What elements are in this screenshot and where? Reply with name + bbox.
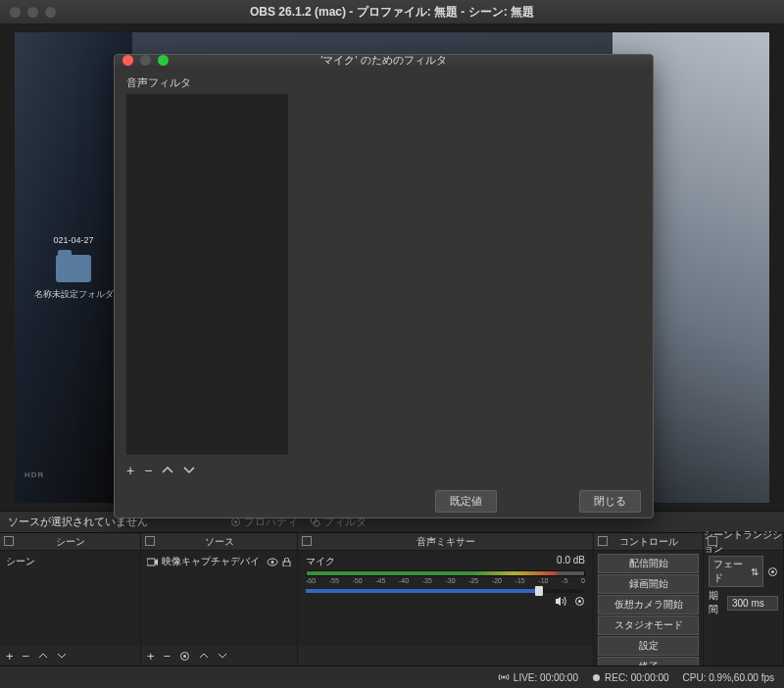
svg-rect-7: [283, 562, 290, 566]
duration-input[interactable]: [727, 596, 778, 611]
transitions-panel: シーントランジション フェード ⇅ 期間: [704, 533, 784, 665]
close-button[interactable]: 閉じる: [579, 490, 641, 513]
eye-icon[interactable]: [267, 558, 278, 566]
gear-icon: [767, 566, 778, 577]
main-titlebar: OBS 26.1.2 (mac) - プロファイル: 無題 - シーン: 無題: [0, 0, 784, 25]
chevron-updown-icon: ⇅: [751, 566, 759, 577]
filter-list[interactable]: [126, 94, 288, 455]
window-title: OBS 26.1.2 (mac) - プロファイル: 無題 - シーン: 無題: [0, 4, 784, 21]
svg-rect-4: [147, 559, 155, 565]
folder-icon: [56, 255, 91, 282]
dialog-titlebar[interactable]: 'マイク' のためのフィルタ: [115, 55, 653, 66]
panel-title: ソース: [205, 535, 234, 549]
record-icon: [592, 673, 601, 682]
settings-button[interactable]: 設定: [598, 636, 699, 656]
lock-icon[interactable]: [282, 558, 291, 566]
popout-icon[interactable]: [302, 536, 312, 546]
volume-slider[interactable]: [306, 589, 585, 593]
panel-title: シーン: [56, 535, 85, 549]
dock-panels: シーン シーン + − ソース 映像キャプチャデバイ + − 音声ミキサ: [0, 532, 784, 665]
broadcast-icon: [498, 672, 510, 682]
vu-meter: [306, 570, 585, 576]
meter-ticks: -60-55-50-45-40-35-30-25-20-15-10-50: [306, 577, 585, 585]
move-up-button[interactable]: [162, 466, 173, 475]
dialog-title: 'マイク' のためのフィルタ: [115, 53, 653, 68]
mixer-track: マイク 0.0 dB -60-55-50-45-40-35-30-25-20-1…: [302, 553, 589, 609]
scene-item[interactable]: シーン: [4, 553, 136, 570]
popout-icon[interactable]: [4, 536, 14, 546]
scene-up-button[interactable]: [38, 652, 48, 660]
panel-title: コントロール: [619, 535, 678, 549]
remove-filter-button[interactable]: −: [144, 463, 152, 478]
start-stream-button[interactable]: 配信開始: [598, 554, 699, 573]
popout-icon[interactable]: [145, 536, 155, 546]
duration-label: 期間: [709, 589, 723, 616]
studio-mode-button[interactable]: スタジオモード: [598, 615, 699, 635]
preview-folder-label: 名称未設定フォルダ: [34, 288, 114, 301]
transition-select[interactable]: フェード ⇅: [709, 556, 763, 587]
svg-point-11: [578, 600, 581, 603]
source-item[interactable]: 映像キャプチャデバイ: [145, 553, 293, 570]
source-name: 映像キャプチャデバイ: [162, 555, 260, 568]
move-down-button[interactable]: [183, 466, 195, 475]
svg-point-6: [271, 561, 274, 564]
audio-filter-label: 音声フィルタ: [126, 75, 641, 90]
track-name: マイク: [306, 555, 335, 568]
exit-button[interactable]: 終了: [598, 657, 699, 665]
svg-point-9: [183, 655, 186, 658]
transition-settings-button[interactable]: [767, 566, 778, 577]
status-bar: LIVE: 00:00:00 REC: 00:00:00 CPU: 0.9%,6…: [0, 665, 784, 688]
start-record-button[interactable]: 録画開始: [598, 574, 699, 594]
track-db: 0.0 dB: [557, 555, 585, 568]
defaults-button[interactable]: 既定値: [435, 490, 497, 513]
camera-icon: [147, 558, 158, 566]
panel-title: 音声ミキサー: [416, 535, 475, 549]
popout-icon[interactable]: [598, 536, 608, 546]
popout-icon[interactable]: [708, 536, 717, 546]
source-settings-button[interactable]: [179, 651, 190, 662]
filters-dialog: 'マイク' のためのフィルタ 音声フィルタ + − 既定値 閉じる: [114, 54, 654, 518]
speaker-icon[interactable]: [555, 596, 568, 607]
controls-panel: コントロール 配信開始 録画開始 仮想カメラ開始 スタジオモード 設定 終了: [594, 533, 704, 665]
mixer-panel: 音声ミキサー マイク 0.0 dB -60-55-50-45-40-35-30-…: [298, 533, 594, 665]
source-down-button[interactable]: [218, 652, 227, 660]
source-up-button[interactable]: [199, 652, 209, 660]
start-virtualcam-button[interactable]: 仮想カメラ開始: [598, 595, 699, 614]
svg-point-15: [593, 674, 600, 681]
add-source-button[interactable]: +: [147, 649, 155, 663]
preview-date: 021-04-27: [53, 235, 93, 245]
sources-panel: ソース 映像キャプチャデバイ + −: [141, 533, 298, 665]
gear-icon: [179, 651, 190, 662]
gear-icon: [574, 596, 585, 607]
track-settings-button[interactable]: [574, 596, 585, 607]
svg-point-13: [771, 570, 774, 573]
add-filter-button[interactable]: +: [126, 463, 134, 478]
cpu-status: CPU: 0.9%,60.00 fps: [683, 672, 774, 683]
remove-scene-button[interactable]: −: [23, 649, 30, 663]
rec-status: REC: 00:00:00: [592, 672, 669, 683]
scenes-panel: シーン シーン + −: [0, 533, 141, 665]
scene-down-button[interactable]: [57, 652, 67, 660]
svg-point-14: [503, 676, 505, 678]
add-scene-button[interactable]: +: [6, 649, 14, 663]
live-status: LIVE: 00:00:00: [498, 672, 578, 683]
remove-source-button[interactable]: −: [164, 649, 172, 663]
